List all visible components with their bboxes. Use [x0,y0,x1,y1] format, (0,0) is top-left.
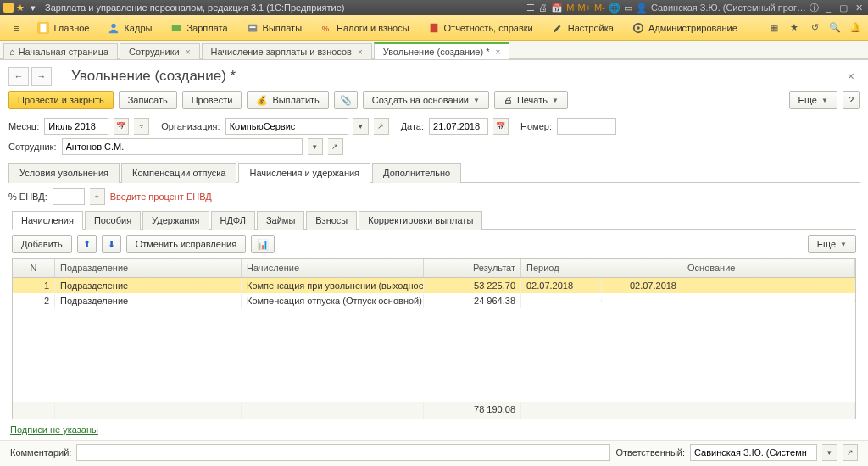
tab-dismissal[interactable]: Увольнение (создание) *× [374,42,510,59]
comment-field[interactable] [81,445,606,460]
tb-icon[interactable]: 📅 [551,3,563,14]
user-name[interactable]: Савинская З.Ю. (Системный прог… [651,3,806,13]
select-icon[interactable]: ▾ [353,118,369,135]
close-page[interactable]: × [843,69,860,83]
envd-field[interactable] [57,189,81,204]
comment-label: Комментарий: [10,447,71,458]
itab-contrib[interactable]: Взносы [306,211,357,230]
itab-deductions[interactable]: Удержания [142,211,209,230]
pay-button[interactable]: 💰Выплатить [247,91,328,109]
close-button[interactable]: ✕ [853,3,865,13]
itab-loans[interactable]: Займы [257,211,304,230]
spin-icon[interactable]: ÷ [90,188,105,205]
chart-button[interactable]: 📊 [251,235,275,253]
subtab-accruals[interactable]: Начисления и удержания [238,163,370,183]
org-field[interactable] [230,119,344,134]
itab-accruals[interactable]: Начисления [12,211,83,230]
col-per[interactable]: Период [521,259,682,277]
print-button[interactable]: 🖨Печать▼ [494,91,568,109]
number-field[interactable] [561,119,612,134]
close-icon[interactable]: × [495,47,500,57]
dropdown-icon[interactable]: ▾ [27,3,39,13]
open-icon[interactable]: ↗ [843,444,858,461]
open-icon[interactable]: ↗ [374,118,389,135]
bell-icon[interactable]: 🔔 [848,20,863,36]
emp-field[interactable] [66,139,298,154]
fwd-button[interactable]: → [31,67,52,86]
menu-kadry[interactable]: Кадры [99,19,160,37]
col-res[interactable]: Результат [424,259,521,277]
open-icon[interactable]: ↗ [328,138,343,155]
subtab-extra[interactable]: Дополнительно [372,163,461,183]
col-nac[interactable]: Начисление [242,259,424,277]
signatures-link[interactable]: Подписи не указаны [10,424,98,435]
total-cell: 78 190,08 [424,402,521,419]
svg-text:%: % [322,23,330,32]
menu-admin[interactable]: Администрирование [624,19,746,37]
tb-box-icon[interactable]: ▭ [624,3,632,14]
back-button[interactable]: ← [8,67,29,86]
resp-field[interactable] [694,445,813,460]
subtab-vacation[interactable]: Компенсации отпуска [121,163,236,183]
tb-m-plus-icon[interactable]: M+ [577,3,591,13]
post-close-button[interactable]: Провести и закрыть [8,91,114,109]
min-button[interactable]: _ [822,3,834,13]
tb-icon[interactable]: 🖨 [538,3,548,13]
spin-icon[interactable]: ÷ [134,118,149,135]
tab-home[interactable]: ⌂Начальная страница [3,43,118,59]
menu-nalogi[interactable]: %Налоги и взносы [312,19,418,37]
cancel-fix-button[interactable]: Отменить исправления [126,235,246,253]
table-more-button[interactable]: Еще▼ [808,235,856,253]
tb-m-minus-icon[interactable]: M- [594,3,605,13]
col-n[interactable]: N [13,259,55,277]
select-icon[interactable]: ▾ [822,444,837,461]
grid: N Подразделение Начисление Результат Пер… [12,258,856,419]
col-sub[interactable]: Подразделение [55,259,242,277]
table-row[interactable]: 1ПодразделениеКомпенсация при увольнении… [13,278,855,293]
date-field[interactable] [433,119,484,134]
menu-nastroika[interactable]: Настройка [543,19,622,37]
tb-info-icon[interactable]: ⓘ [810,2,819,14]
itab-corrections[interactable]: Корректировки выплаты [359,211,482,230]
more-button[interactable]: Еще▼ [789,91,837,109]
menu-zarplata[interactable]: Зарплата [162,19,236,37]
itab-ndfl[interactable]: НДФЛ [211,211,255,230]
menu-otchet[interactable]: Отчетность, справки [420,19,542,37]
col-osn[interactable]: Основание [682,259,855,277]
menu-vyplaty[interactable]: Выплаты [238,19,310,37]
tb-icon[interactable]: ☰ [526,3,535,14]
history-icon[interactable]: ↺ [807,20,822,36]
envd-warning: Введите процент ЕНВД [110,191,212,202]
subtab-conditions[interactable]: Условия увольнения [8,163,120,183]
tb-m-icon[interactable]: M [566,3,574,13]
calendar-icon[interactable]: 📅 [114,118,129,135]
max-button[interactable]: ▢ [837,3,849,13]
close-icon[interactable]: × [186,47,191,57]
menu-main[interactable]: Главное [29,19,97,37]
add-button[interactable]: Добавить [12,235,72,253]
select-icon[interactable]: ▾ [308,138,323,155]
menu-burger[interactable]: ≡ [5,19,27,36]
svg-rect-2 [172,25,181,31]
star-icon[interactable]: ★ [787,20,802,36]
grid-body[interactable]: 1ПодразделениеКомпенсация при увольнении… [13,278,855,402]
calendar-icon[interactable]: 📅 [493,118,509,135]
post-button[interactable]: Провести [182,91,242,109]
month-field[interactable] [48,119,104,134]
tb-globe-icon[interactable]: 🌐 [609,3,620,14]
close-icon[interactable]: × [358,47,363,57]
write-button[interactable]: Записать [119,91,177,109]
tab-employees[interactable]: Сотрудники× [120,43,199,59]
move-up-button[interactable]: ⬆ [77,235,97,253]
tab-payroll[interactable]: Начисление зарплаты и взносов× [202,43,372,59]
table-row[interactable]: 2ПодразделениеКомпенсация отпуска (Отпус… [13,293,855,308]
page-title: Увольнение (создание) * [71,68,236,85]
itab-benefits[interactable]: Пособия [85,211,141,230]
search-icon[interactable]: 🔍 [827,20,843,36]
main-menu: ≡ Главное Кадры Зарплата Выплаты %Налоги… [0,15,868,41]
help-button[interactable]: ? [843,91,860,109]
move-down-button[interactable]: ⬇ [102,235,121,253]
create-based-button[interactable]: Создать на основании▼ [363,91,489,109]
apps-icon[interactable]: ▦ [766,20,782,36]
attach-button[interactable]: 📎 [334,91,358,109]
